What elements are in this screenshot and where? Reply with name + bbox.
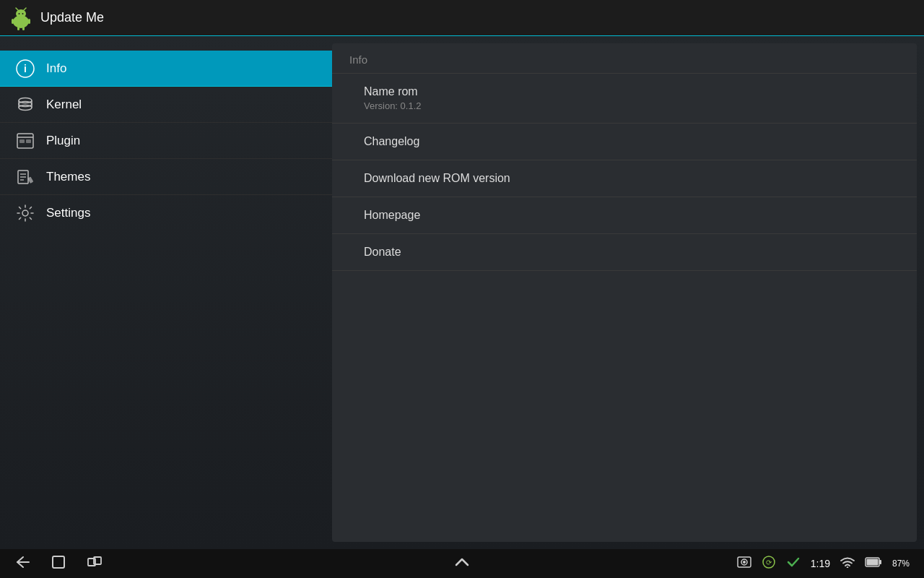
sidebar-item-plugin[interactable]: Plugin xyxy=(0,123,332,159)
status-icons: ⟳ 1:19 87 xyxy=(737,555,910,572)
content-item-donate[interactable]: Donate xyxy=(332,234,917,271)
sidebar-themes-label: Themes xyxy=(46,170,90,184)
sidebar-item-kernel[interactable]: Kernel xyxy=(0,87,332,123)
svg-point-3 xyxy=(22,13,24,14)
battery-icon xyxy=(865,556,882,571)
sidebar-plugin-label: Plugin xyxy=(46,134,80,148)
wifi-icon xyxy=(840,556,855,571)
svg-rect-39 xyxy=(53,556,64,568)
svg-rect-49 xyxy=(879,560,881,564)
svg-line-34 xyxy=(19,207,21,209)
battery-percent: 87% xyxy=(892,558,910,569)
changelog-title: Changelog xyxy=(364,135,899,148)
sidebar-item-settings[interactable]: Settings xyxy=(0,195,332,231)
screenshot-icon xyxy=(737,555,751,572)
info-icon: i xyxy=(14,58,36,79)
back-button[interactable] xyxy=(14,554,30,573)
kernel-icon xyxy=(14,94,36,116)
svg-rect-50 xyxy=(866,559,878,566)
nav-buttons xyxy=(14,554,103,573)
themes-icon xyxy=(14,166,36,188)
download-title: Download new ROM version xyxy=(364,172,899,185)
up-arrow-button[interactable] xyxy=(453,561,471,573)
app-icon xyxy=(9,6,33,30)
svg-text:i: i xyxy=(24,63,27,74)
name-rom-title: Name rom xyxy=(364,85,899,98)
home-button[interactable] xyxy=(51,554,66,573)
android-update-icon: ⟳ xyxy=(762,555,776,572)
sidebar-item-info[interactable]: i Info xyxy=(0,51,332,87)
content-panel: Info Name rom Version: 0.1.2 Changelog D… xyxy=(332,43,917,542)
svg-point-44 xyxy=(743,561,746,564)
svg-line-5 xyxy=(24,8,26,10)
svg-line-4 xyxy=(16,8,18,10)
recent-apps-button[interactable] xyxy=(87,554,103,573)
content-header: Info xyxy=(332,43,917,74)
svg-point-2 xyxy=(19,13,20,14)
content-item-download[interactable]: Download new ROM version xyxy=(332,160,917,197)
content-item-homepage[interactable]: Homepage xyxy=(332,197,917,234)
svg-point-1 xyxy=(16,9,26,18)
plugin-icon xyxy=(14,130,36,152)
svg-line-37 xyxy=(19,217,21,219)
name-rom-subtitle: Version: 0.1.2 xyxy=(364,100,899,111)
svg-rect-9 xyxy=(22,27,25,30)
svg-line-35 xyxy=(30,217,31,219)
content-item-changelog[interactable]: Changelog xyxy=(332,124,917,160)
content-item-name-rom[interactable]: Name rom Version: 0.1.2 xyxy=(332,74,917,124)
sidebar: i Info Kernel xyxy=(0,36,332,549)
svg-point-29 xyxy=(22,210,28,216)
svg-rect-22 xyxy=(19,139,25,143)
sidebar-item-themes[interactable]: Themes xyxy=(0,159,332,195)
bottom-bar: ⟳ 1:19 87 xyxy=(0,549,924,578)
homepage-title: Homepage xyxy=(364,209,899,222)
main-area: i Info Kernel xyxy=(0,36,924,549)
svg-text:⟳: ⟳ xyxy=(766,558,772,566)
check-icon xyxy=(786,555,801,572)
svg-line-36 xyxy=(30,207,31,209)
sidebar-kernel-label: Kernel xyxy=(46,98,82,112)
svg-point-47 xyxy=(847,566,849,568)
center-nav xyxy=(453,553,471,574)
svg-rect-23 xyxy=(26,139,31,143)
svg-rect-8 xyxy=(17,27,19,30)
settings-icon xyxy=(14,202,36,224)
sidebar-info-label: Info xyxy=(46,61,66,76)
donate-title: Donate xyxy=(364,246,899,259)
top-bar: Update Me xyxy=(0,0,924,36)
sidebar-settings-label: Settings xyxy=(46,206,90,220)
app-title: Update Me xyxy=(40,10,104,25)
status-time: 1:19 xyxy=(811,558,830,569)
svg-rect-6 xyxy=(12,19,14,24)
svg-point-17 xyxy=(19,105,32,110)
svg-rect-7 xyxy=(28,19,30,24)
